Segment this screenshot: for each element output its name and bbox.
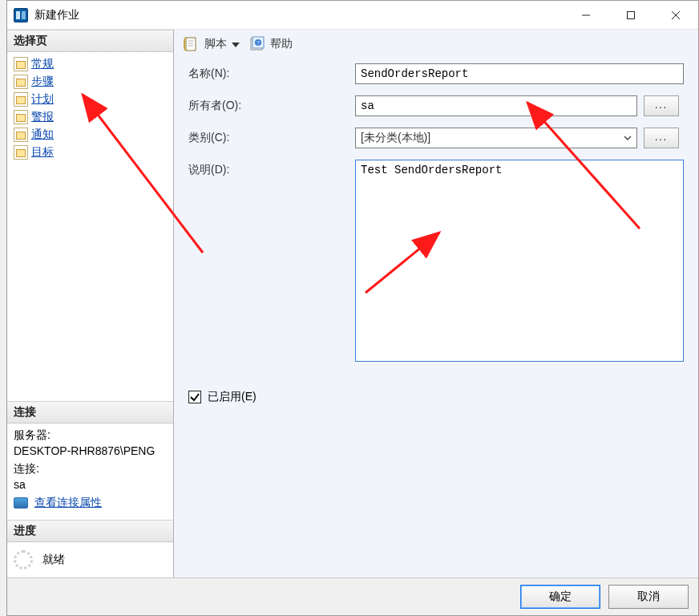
nav-item-steps[interactable]: 步骤 — [10, 73, 170, 91]
dialog-window: 新建作业 选择页 常规 步骤 — [6, 0, 699, 616]
nav-label: 常规 — [31, 57, 54, 71]
form-grid: 名称(N): 所有者(O): ... 类别(C): ... 说明(D): — [174, 60, 698, 375]
page-icon — [14, 92, 28, 107]
select-page-header: 选择页 — [7, 30, 173, 52]
category-label: 类别(C): — [188, 128, 349, 145]
nav-label: 步骤 — [31, 75, 54, 89]
enabled-label: 已启用(E) — [208, 390, 257, 404]
progress-block: 就绪 — [7, 542, 173, 578]
script-dropdown[interactable]: 脚本 — [204, 37, 244, 51]
button-bar: 确定 取消 — [7, 578, 698, 615]
content-row: 选择页 常规 步骤 计划 警报 — [7, 30, 698, 578]
nav-item-notifications[interactable]: 通知 — [10, 126, 170, 144]
app-icon — [14, 8, 28, 22]
page-icon — [14, 128, 28, 142]
minimize-icon — [581, 10, 591, 20]
name-label: 名称(N): — [188, 63, 349, 81]
nav-item-general[interactable]: 常规 — [10, 55, 170, 73]
titlebar[interactable]: 新建作业 — [7, 1, 698, 30]
page-icon — [14, 75, 28, 89]
enabled-row: 已启用(E) — [174, 375, 698, 404]
progress-status: 就绪 — [42, 553, 65, 567]
cancel-label: 取消 — [637, 590, 660, 604]
svg-rect-4 — [186, 38, 196, 51]
enabled-checkbox[interactable] — [188, 391, 201, 403]
help-icon: ? — [249, 36, 265, 52]
page-icon — [14, 57, 28, 71]
ok-button[interactable]: 确定 — [520, 585, 600, 609]
view-connection-properties-link[interactable]: 查看连接属性 — [34, 496, 102, 509]
script-icon — [184, 36, 200, 52]
close-icon — [671, 10, 681, 20]
page-nav-list: 常规 步骤 计划 警报 通知 — [7, 52, 173, 168]
nav-item-alerts[interactable]: 警报 — [10, 108, 170, 126]
owner-input[interactable] — [355, 95, 637, 116]
nav-item-targets[interactable]: 目标 — [10, 144, 170, 161]
page-icon — [14, 110, 28, 124]
owner-label: 所有者(O): — [188, 95, 349, 113]
ok-label: 确定 — [549, 590, 572, 604]
maximize-button[interactable] — [608, 1, 653, 30]
description-textarea[interactable] — [355, 160, 684, 362]
nav-label: 计划 — [31, 92, 54, 107]
connection-label: 连接: — [14, 462, 167, 476]
page-icon — [14, 145, 28, 160]
nav-item-schedules[interactable]: 计划 — [10, 91, 170, 108]
connection-block: 服务器: DESKTOP-RHR8876\PENG 连接: sa 查看连接属性 — [7, 424, 173, 520]
server-value: DESKTOP-RHR8876\PENG — [14, 444, 167, 457]
connection-value: sa — [14, 478, 167, 491]
help-button[interactable]: 帮助 — [270, 37, 293, 51]
nav-label: 警报 — [31, 110, 54, 124]
minimize-button[interactable] — [564, 1, 608, 30]
owner-browse-button[interactable]: ... — [644, 95, 679, 116]
window-title: 新建作业 — [34, 8, 79, 22]
nav-label: 目标 — [31, 145, 54, 160]
svg-text:?: ? — [257, 40, 260, 46]
connection-properties-icon — [14, 497, 28, 509]
server-label: 服务器: — [14, 428, 167, 443]
toolbar: 脚本 ? 帮助 — [174, 30, 698, 60]
description-label: 说明(D): — [188, 160, 349, 177]
cancel-button[interactable]: 取消 — [608, 585, 689, 609]
connection-header: 连接 — [7, 401, 173, 424]
checkmark-icon — [189, 391, 200, 403]
maximize-icon — [626, 10, 636, 20]
main-panel: 脚本 ? 帮助 名称(N): 所有者(O): ... 类别(C): — [174, 30, 698, 578]
sidebar: 选择页 常规 步骤 计划 警报 — [7, 30, 174, 578]
nav-label: 通知 — [31, 128, 54, 142]
progress-header: 进度 — [7, 520, 173, 542]
svg-rect-1 — [628, 11, 635, 18]
script-label: 脚本 — [204, 37, 227, 50]
category-browse-button[interactable]: ... — [644, 128, 679, 148]
spinner-icon — [14, 550, 33, 569]
name-input[interactable] — [355, 63, 684, 84]
close-button[interactable] — [653, 1, 698, 30]
chevron-down-icon — [232, 43, 240, 47]
category-select[interactable] — [355, 128, 637, 148]
